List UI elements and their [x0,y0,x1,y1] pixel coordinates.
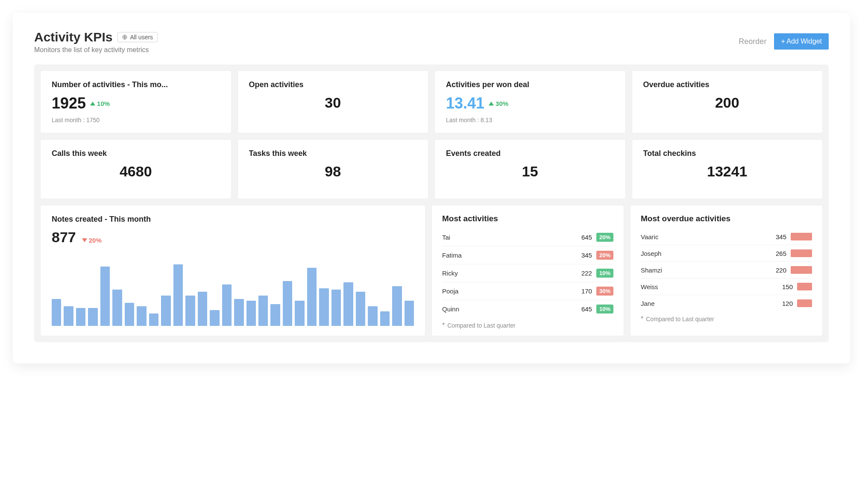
overdue-bar [791,233,812,240]
kpi-value-number: 200 [715,94,739,111]
list-item[interactable]: Jane120 [641,295,812,311]
header-right: Reorder + Add Widget [739,33,829,50]
reorder-button[interactable]: Reorder [739,37,766,46]
chart-bar [319,288,328,326]
kpi-value: 13.4130% [446,94,614,112]
list-item-rhs: 120 [782,299,812,307]
list-item-value: 150 [782,283,793,290]
most-activities-widget[interactable]: Most activities Tai64520%Fatima34520%Ric… [431,205,624,336]
most-overdue-widget[interactable]: Most overdue activities Vaaric345Joseph2… [630,205,823,336]
kpi-value-number: 1925 [52,94,86,112]
add-widget-button[interactable]: + Add Widget [774,33,829,50]
list-item[interactable]: Ricky22210% [442,264,613,282]
most-overdue-title: Most overdue activities [641,214,812,223]
kpi-value: 15 [446,163,614,180]
chart-bar [258,296,268,326]
list-item[interactable]: Pooja17030% [442,282,613,300]
chart-bar [185,296,195,326]
page-header: Activity KPIs All users Monitors the lis… [34,30,829,54]
chart-bar [343,282,353,326]
kpi-value-number: 98 [325,163,341,180]
kpi-card[interactable]: Overdue activities200 [632,70,823,133]
kpi-delta-text: 30% [496,100,508,107]
notes-delta: 20% [82,237,102,244]
notes-summary: 877 20% [52,229,414,246]
kpi-card[interactable]: Number of activities - This mo...192510%… [40,70,232,133]
chart-bar [392,286,402,326]
chart-bar [331,290,341,326]
page-title: Activity KPIs [34,30,112,44]
kpi-value: 200 [643,94,812,111]
list-item-name: Ricky [442,270,458,277]
pct-badge: 20% [596,233,613,242]
notes-chart-widget[interactable]: Notes created - This month 877 20% [40,205,425,336]
chart-bar [295,301,304,326]
list-item-name: Jane [641,300,655,307]
kpi-value-number: 13.41 [446,94,484,112]
pct-badge: 10% [596,305,613,314]
kpi-delta: 10% [90,100,110,107]
pct-badge: 20% [596,251,613,260]
kpi-value: 4680 [52,163,220,180]
list-item[interactable]: Weiss150 [641,278,812,295]
kpi-card[interactable]: Activities per won deal13.4130%Last mont… [434,70,626,133]
overdue-bar [791,249,812,257]
kpi-card[interactable]: Open activities30 [238,70,429,133]
chart-bar [173,264,183,326]
kpi-card[interactable]: Calls this week4680 [40,139,232,199]
most-activities-footnote: * Compared to Last quarter [442,322,613,329]
most-overdue-list: Vaaric345Joseph265Shamzi220Weiss150Jane1… [641,229,812,311]
user-filter-badge[interactable]: All users [117,32,158,42]
list-item-name: Quinn [442,305,459,313]
chart-bar [149,314,158,326]
kpi-value: 98 [249,163,417,180]
chart-bar [112,290,122,326]
kpi-card[interactable]: Events created15 [434,139,626,199]
chart-bar [368,306,377,326]
list-item-name: Shamzi [641,267,662,274]
list-item[interactable]: Tai64520% [442,229,613,246]
kpi-title: Activities per won deal [446,80,614,89]
list-item-value: 220 [776,267,786,274]
list-item-name: Joseph [641,250,661,257]
kpi-value-number: 4680 [120,163,152,180]
pct-badge: 30% [596,287,613,296]
list-item[interactable]: Quinn64510% [442,300,613,318]
chart-bar [64,306,73,326]
kpi-subtext: Last month : 1750 [52,117,220,123]
chart-bar [198,292,207,326]
chart-bar [356,292,365,326]
kpi-card[interactable]: Total checkins13241 [632,139,823,199]
chart-bar [246,301,256,326]
kpi-row-2: Calls this week4680Tasks this week98Even… [40,139,823,199]
kpi-delta: 30% [489,100,508,107]
list-item[interactable]: Fatima34520% [442,246,613,264]
list-item[interactable]: Joseph265 [641,245,812,262]
kpi-title: Total checkins [643,149,812,158]
list-item-value: 645 [581,234,592,241]
most-activities-list: Tai64520%Fatima34520%Ricky22210%Pooja170… [442,229,613,318]
list-item[interactable]: Shamzi220 [641,262,812,278]
kpi-title: Overdue activities [643,80,812,89]
kpi-value: 13241 [643,163,812,180]
kpi-title: Number of activities - This mo... [52,80,220,89]
kpi-title: Events created [446,149,614,158]
list-item[interactable]: Vaaric345 [641,229,812,245]
list-item-rhs: 17030% [581,287,613,296]
list-item-value: 222 [581,270,592,277]
kpi-value-number: 13241 [707,163,748,180]
kpi-title: Tasks this week [249,149,417,158]
chart-bar [222,284,232,326]
kpi-value-number: 30 [325,94,341,111]
kpi-title: Open activities [249,80,417,89]
list-item-rhs: 34520% [581,251,613,260]
list-item-name: Vaaric [641,233,658,240]
asterisk-icon: * [442,324,445,327]
list-item-rhs: 265 [776,249,812,257]
kpi-card[interactable]: Tasks this week98 [238,139,429,199]
chart-bar [88,308,97,326]
most-activities-title: Most activities [442,214,613,223]
notes-bar-chart [52,253,414,326]
overdue-bar [797,299,812,307]
list-item-name: Weiss [641,283,658,290]
